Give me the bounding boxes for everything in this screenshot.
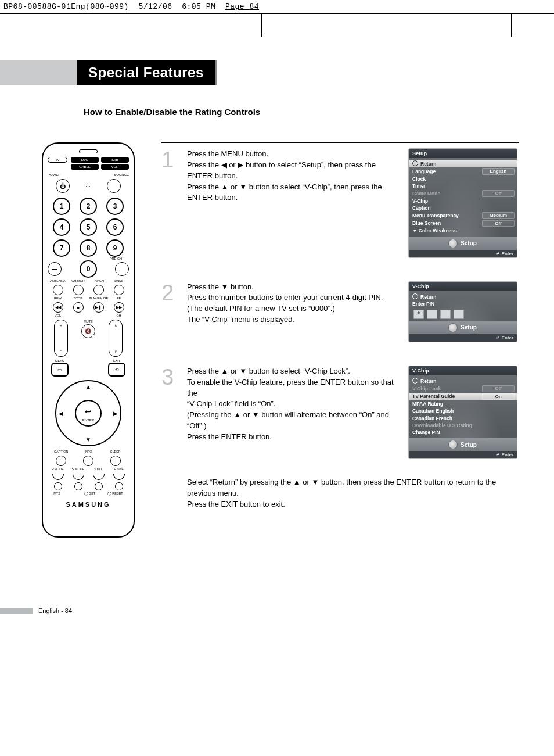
osd-item: V-Chip LockOff bbox=[412, 385, 515, 393]
osd-item-value: English bbox=[482, 168, 515, 175]
color-buttons bbox=[48, 474, 129, 480]
mode-vcr: VCR bbox=[101, 164, 129, 170]
osd-item-label: MPAA Rating bbox=[412, 401, 443, 407]
slug-time: 6:05 PM bbox=[182, 2, 215, 11]
osd-screenshot: V-ChipReturnEnter PIN*Setup↵ Enter bbox=[409, 282, 517, 342]
osd-item: Change PIN bbox=[412, 429, 515, 436]
pin-box: * bbox=[413, 310, 424, 319]
mute-button: 🔇 bbox=[81, 324, 95, 338]
osd-item-label: Menu Transparency bbox=[412, 213, 459, 218]
label-favch: FAV.CH bbox=[88, 279, 109, 282]
step: 2Press the ▼ button.Press the number but… bbox=[161, 276, 519, 360]
osd-item-value: On bbox=[482, 393, 515, 400]
osd-item: TV Parental GuideOn bbox=[409, 393, 517, 401]
label-stop: STOP bbox=[68, 296, 88, 300]
osd-item: Blue ScreenOff bbox=[412, 220, 515, 228]
key-9: 9 bbox=[106, 239, 124, 257]
osd-item: Return bbox=[412, 293, 515, 300]
osd-item-label: Timer bbox=[412, 183, 426, 189]
stop-icon: ■ bbox=[73, 302, 84, 313]
step-text: Press the MENU button.Press the ◀ or ▶ b… bbox=[187, 149, 401, 203]
osd-item-label: Return bbox=[412, 293, 436, 300]
osd-item-label: Language bbox=[412, 169, 436, 174]
key-8: 8 bbox=[80, 239, 97, 257]
closing-text: Select “Return” by pressing the ▲ or ▼ b… bbox=[187, 477, 519, 510]
page-footer: English - 84 bbox=[42, 607, 519, 614]
osd-item-label: V-Chip bbox=[412, 198, 428, 204]
pin-box bbox=[454, 310, 464, 319]
osd-item-value: Medium bbox=[482, 212, 515, 219]
osd-item-value: Off bbox=[482, 190, 515, 197]
section-heading-bar: Special Features bbox=[0, 60, 519, 85]
osd-item-label: Clock bbox=[412, 176, 426, 182]
osd-item-label: V-Chip Lock bbox=[412, 386, 441, 392]
osd-tray-label: Setup bbox=[461, 442, 477, 448]
label-antenna: ANTENNA bbox=[48, 279, 68, 282]
key-0: 0 bbox=[80, 260, 97, 278]
rew-icon: ◀◀ bbox=[53, 302, 63, 313]
key-3: 3 bbox=[106, 198, 124, 215]
number-pad: 1 2 3 4 5 6 7 8 9 bbox=[51, 198, 125, 257]
source-button bbox=[107, 179, 121, 193]
label-smode: S.MODE bbox=[68, 467, 88, 471]
gear-icon bbox=[449, 440, 457, 449]
slug-jobid: BP68-00588G-01Eng(080~099) bbox=[3, 2, 129, 11]
label-play: PLAY/PAUSE bbox=[88, 296, 109, 300]
osd-item: Caption bbox=[412, 205, 515, 212]
play-icon: ▶❚ bbox=[93, 302, 104, 313]
exit-button: ⟲ bbox=[108, 363, 125, 377]
gear-icon bbox=[449, 324, 457, 332]
osd-item-label: ▼ Color Weakness bbox=[412, 228, 457, 234]
step-text: Press the ▲ or ▼ button to select “V-Chi… bbox=[187, 366, 401, 443]
remote-illustration: TV DVD STB CABLE VCR POWER bbox=[42, 142, 135, 538]
osd-item: Return bbox=[409, 160, 517, 167]
pin-entry: * bbox=[413, 310, 515, 319]
steps-column: 1Press the MENU button.Press the ◀ or ▶ … bbox=[161, 142, 519, 538]
brand-logo: SAMSUNG bbox=[48, 501, 129, 508]
label-mute: MUTE bbox=[84, 320, 93, 323]
nav-ring: ▲ ▼ ◀ ▶ ENTER bbox=[55, 380, 121, 446]
enter-button: ENTER bbox=[75, 400, 102, 427]
step-number: 3 bbox=[161, 366, 179, 388]
mode-dvd: DVD bbox=[71, 157, 99, 163]
nav-right-icon: ▶ bbox=[113, 410, 118, 417]
key-dash: — bbox=[48, 262, 62, 276]
osd-item-label: Canadian French bbox=[412, 415, 452, 421]
osd-enter-strip: ↵ Enter bbox=[409, 250, 517, 257]
nav-up-icon: ▲ bbox=[85, 384, 91, 390]
channel-rocker: ∧∨ bbox=[109, 320, 123, 357]
print-slug: BP68-00588G-01Eng(080~099) 5/12/06 6:05 … bbox=[0, 0, 554, 12]
label-psize: P.SIZE bbox=[109, 467, 129, 471]
label-chmgr: CH.MGR bbox=[68, 279, 88, 282]
osd-item: V-Chip bbox=[412, 198, 515, 205]
page-subheading: How to Enable/Disable the Rating Control… bbox=[84, 107, 519, 117]
label-ch: CH bbox=[109, 314, 129, 317]
key-prech bbox=[115, 262, 129, 276]
osd-item: Downloadable U.S.Rating bbox=[412, 422, 515, 429]
label-set: SET bbox=[89, 492, 96, 495]
osd-item-label: Caption bbox=[412, 205, 431, 211]
osd-item-label: Game Mode bbox=[412, 191, 440, 196]
label-caption: CAPTION bbox=[48, 450, 75, 453]
osd-title: Setup bbox=[409, 149, 517, 158]
slug-date: 5/12/06 bbox=[138, 2, 172, 11]
step-number: 1 bbox=[161, 149, 179, 171]
slug-page-label: Page bbox=[225, 2, 244, 11]
mode-stb: STB bbox=[101, 157, 129, 163]
osd-item-label: Return bbox=[412, 160, 436, 167]
osd-item-label: Return bbox=[412, 378, 436, 384]
osd-body: ReturnV-Chip LockOffTV Parental GuideOnM… bbox=[409, 375, 517, 438]
pin-box bbox=[440, 310, 451, 319]
gear-icon bbox=[449, 239, 457, 248]
label-ff: FF bbox=[109, 296, 129, 300]
label-info: INFO bbox=[75, 450, 102, 453]
osd-body: ReturnLanguageEnglishClockTimerGame Mode… bbox=[409, 158, 517, 237]
step: 3Press the ▲ or ▼ button to select “V-Ch… bbox=[161, 360, 519, 477]
osd-item-value: Off bbox=[482, 220, 515, 227]
osd-item-label: Canadian English bbox=[412, 408, 454, 414]
mode-tv: TV bbox=[48, 157, 67, 163]
key-5: 5 bbox=[80, 218, 97, 236]
osd-tray-label: Setup bbox=[461, 240, 477, 246]
key-4: 4 bbox=[53, 218, 70, 236]
osd-item-label: TV Parental Guide bbox=[412, 393, 455, 399]
